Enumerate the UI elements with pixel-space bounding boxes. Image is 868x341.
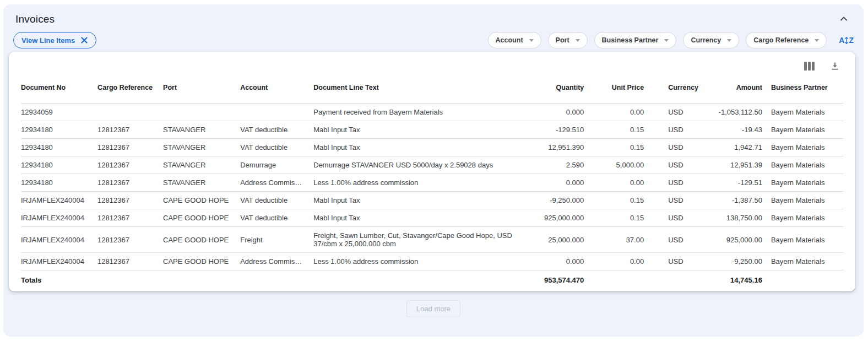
column-header-document_no[interactable]: Document No xyxy=(21,73,97,104)
column-header-quantity[interactable]: Quantity xyxy=(534,73,593,104)
cell-business_partner: Bayern Materials xyxy=(771,139,843,156)
totals-currency xyxy=(653,270,702,291)
sort-az-icon[interactable]: AZ xyxy=(839,36,854,45)
filter-chip-port[interactable]: Port xyxy=(548,32,588,48)
chevron-down-icon xyxy=(576,39,580,42)
cell-amount: 12,951.39 xyxy=(702,156,771,174)
table-row[interactable]: IRJAMFLEX24000412812367CAPE GOOD HOPEVAT… xyxy=(21,209,843,227)
cell-quantity: 12,951.390 xyxy=(534,139,593,156)
totals-amount: 14,745.16 xyxy=(702,270,771,291)
cell-port: STAVANGER xyxy=(163,174,240,192)
totals-document_line_text xyxy=(313,270,534,291)
cell-unit_price: 0.00 xyxy=(593,104,653,121)
chevron-up-icon xyxy=(839,14,848,23)
column-header-port[interactable]: Port xyxy=(163,73,240,104)
cell-quantity: 25,000.000 xyxy=(534,227,593,253)
collapse-panel-button[interactable] xyxy=(838,13,849,24)
column-header-business_partner[interactable]: Business Partner xyxy=(771,73,843,104)
cell-amount: 138,750.00 xyxy=(702,209,771,227)
totals-business_partner xyxy=(771,270,843,291)
cell-port: CAPE GOOD HOPE xyxy=(163,227,240,253)
totals-quantity: 953,574.470 xyxy=(534,270,593,291)
cell-document_no: 12934180 xyxy=(21,156,97,174)
cell-currency: USD xyxy=(653,156,702,174)
filter-chip-currency[interactable]: Currency xyxy=(683,32,739,48)
cell-amount: 925,000.00 xyxy=(702,227,771,253)
table-body: 12934059Payment received from Bayern Mat… xyxy=(21,104,843,270)
cell-account: VAT deductible xyxy=(240,192,313,209)
column-header-document_line_text[interactable]: Document Line Text xyxy=(313,73,534,104)
cell-currency: USD xyxy=(653,192,702,209)
cell-unit_price: 0.15 xyxy=(593,121,653,139)
chips-row: View Line Items AccountPortBusiness Part… xyxy=(3,32,864,48)
view-line-items-label: View Line Items xyxy=(21,36,75,45)
cell-cargo_reference: 12812367 xyxy=(97,209,163,227)
filter-chip-business-partner[interactable]: Business Partner xyxy=(594,32,677,48)
filter-chip-account[interactable]: Account xyxy=(488,32,541,48)
cell-business_partner: Bayern Materials xyxy=(771,156,843,174)
cell-unit_price: 0.15 xyxy=(593,192,653,209)
cell-document_no: 12934180 xyxy=(21,139,97,156)
cell-cargo_reference xyxy=(97,104,163,121)
cell-account: Address Commis… xyxy=(240,253,313,270)
column-header-unit_price[interactable]: Unit Price xyxy=(593,73,653,104)
column-header-account[interactable]: Account xyxy=(240,73,313,104)
page-title: Invoices xyxy=(15,13,55,25)
panel-header: Invoices xyxy=(3,12,864,25)
cell-currency: USD xyxy=(653,227,702,253)
view-line-items-chip[interactable]: View Line Items xyxy=(13,32,96,48)
cell-quantity: 2.590 xyxy=(534,156,593,174)
load-more-button[interactable]: Load more xyxy=(406,300,460,317)
cell-quantity: 0.000 xyxy=(534,104,593,121)
chevron-down-icon xyxy=(664,39,669,42)
table-row[interactable]: IRJAMFLEX24000412812367CAPE GOOD HOPEFre… xyxy=(21,227,843,253)
cell-cargo_reference: 12812367 xyxy=(97,253,163,270)
cell-currency: USD xyxy=(653,139,702,156)
table-row[interactable]: 1293418012812367STAVANGERVAT deductibleM… xyxy=(21,121,843,139)
filter-chips: AccountPortBusiness PartnerCurrencyCargo… xyxy=(488,32,827,48)
cell-document_no: IRJAMFLEX240004 xyxy=(21,209,97,227)
cell-document_no: IRJAMFLEX240004 xyxy=(21,227,97,253)
view-columns-icon[interactable] xyxy=(804,62,815,71)
filter-chip-label: Account xyxy=(496,36,523,44)
cell-currency: USD xyxy=(653,253,702,270)
column-header-currency[interactable]: Currency xyxy=(653,73,702,104)
invoices-table: Document NoCargo ReferencePortAccountDoc… xyxy=(21,73,843,290)
table-row[interactable]: 1293418012812367STAVANGERVAT deductibleM… xyxy=(21,139,843,156)
cell-amount: -129.51 xyxy=(702,174,771,192)
cell-business_partner: Bayern Materials xyxy=(771,253,843,270)
table-header-row: Document NoCargo ReferencePortAccountDoc… xyxy=(21,73,843,104)
totals-row: Totals953,574.47014,745.16 xyxy=(21,270,843,291)
table-row[interactable]: 1293418012812367STAVANGERDemurrageDemurr… xyxy=(21,156,843,174)
cell-cargo_reference: 12812367 xyxy=(97,227,163,253)
cell-amount: -19.43 xyxy=(702,121,771,139)
cell-document_line_text: Mabl Input Tax xyxy=(313,209,534,227)
filter-chip-label: Currency xyxy=(691,36,721,44)
cell-document_no: 12934059 xyxy=(21,104,97,121)
cell-port: CAPE GOOD HOPE xyxy=(163,209,240,227)
cell-account: Address Commis… xyxy=(240,174,313,192)
cell-document_line_text: Less 1.00% address commission xyxy=(313,174,534,192)
cell-quantity: 0.000 xyxy=(534,174,593,192)
filter-chip-label: Business Partner xyxy=(602,36,659,44)
table-row[interactable]: IRJAMFLEX24000412812367CAPE GOOD HOPEAdd… xyxy=(21,253,843,270)
cell-port: CAPE GOOD HOPE xyxy=(163,253,240,270)
cell-amount: 1,942.71 xyxy=(702,139,771,156)
cell-quantity: 925,000.000 xyxy=(534,209,593,227)
cell-unit_price: 0.00 xyxy=(593,174,653,192)
table-row[interactable]: 1293418012812367STAVANGERAddress Commis…… xyxy=(21,174,843,192)
cell-currency: USD xyxy=(653,174,702,192)
column-header-cargo_reference[interactable]: Cargo Reference xyxy=(97,73,163,104)
table-row[interactable]: IRJAMFLEX24000412812367CAPE GOOD HOPEVAT… xyxy=(21,192,843,209)
filter-chip-cargo-reference[interactable]: Cargo Reference xyxy=(746,32,827,48)
download-icon[interactable] xyxy=(830,61,840,71)
cell-amount: -9,250.00 xyxy=(702,253,771,270)
table-row[interactable]: 12934059Payment received from Bayern Mat… xyxy=(21,104,843,121)
column-header-amount[interactable]: Amount xyxy=(702,73,771,104)
table-toolbar xyxy=(21,52,843,73)
filters: AccountPortBusiness PartnerCurrencyCargo… xyxy=(488,32,854,48)
cell-account: Demurrage xyxy=(240,156,313,174)
cell-currency: USD xyxy=(653,209,702,227)
cell-document_no: IRJAMFLEX240004 xyxy=(21,192,97,209)
close-icon[interactable] xyxy=(80,36,88,44)
